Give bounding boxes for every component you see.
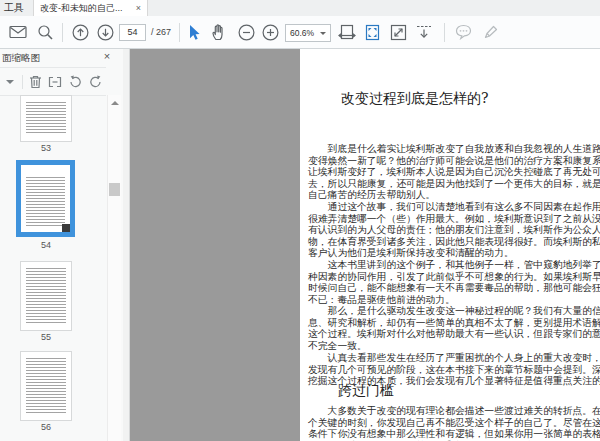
toolbar-separator <box>179 23 180 42</box>
tab-tools[interactable]: 工具 <box>0 0 32 16</box>
rotate-right-icon[interactable] <box>85 72 105 92</box>
thumbnails-panel-header: 面缩略图 × <box>0 49 123 67</box>
thumbnail-label: 56 <box>21 422 71 432</box>
main-toolbar: 54 / 267 60.6% <box>0 16 600 49</box>
paragraph: 这本书里讲到的这个例子，和其他例子一样，管中窥豹地列举了 种因素的协同作用，引发… <box>308 259 600 305</box>
toolbar-separator <box>444 23 445 42</box>
paragraph: 大多数关于改变的现有理论都会描述一些渡过难关的转折点。在 个关键的时刻，你发现自… <box>308 405 600 441</box>
tab-bar: 工具 改变-和未知的自己... × <box>0 0 600 16</box>
panel-splitter[interactable] <box>123 49 130 441</box>
search-icon[interactable] <box>35 16 55 48</box>
thumbnail-scrollbar[interactable] <box>107 95 121 441</box>
delete-page-icon[interactable] <box>25 72 45 92</box>
content-area: 面缩略图 × <box>0 49 600 441</box>
rotate-left-icon[interactable] <box>65 72 85 92</box>
mail-icon[interactable] <box>7 16 29 48</box>
fit-page-icon[interactable] <box>361 16 383 48</box>
next-page-icon[interactable] <box>95 16 115 48</box>
toolbar-separator <box>62 23 63 42</box>
thumbnail-page-54[interactable] <box>21 165 70 232</box>
thumbnail-label: 54 <box>21 240 71 250</box>
scrollbar-thumb[interactable] <box>109 183 120 196</box>
thumbnail-page-56[interactable] <box>21 352 71 420</box>
zoom-out-icon[interactable] <box>236 16 256 48</box>
section-subheading: 跨过门槛 <box>338 382 394 400</box>
zoom-in-icon[interactable] <box>260 16 280 48</box>
highlighter-icon[interactable] <box>480 16 502 48</box>
actual-size-icon[interactable] <box>387 16 409 48</box>
zoom-level-value: 60.6% <box>290 28 314 38</box>
panel-close-icon[interactable]: × <box>99 49 115 64</box>
thumbnail-page-53[interactable] <box>21 96 71 141</box>
thumbnail-label: 53 <box>21 143 71 153</box>
hand-tool-icon[interactable] <box>208 16 230 48</box>
thumbnail-toolbar <box>0 68 106 95</box>
tab-document[interactable]: 改变-和未知的自己... × <box>33 0 148 16</box>
chevron-down-icon <box>320 32 326 35</box>
page-total-label: / 267 <box>151 24 171 41</box>
tab-close-icon[interactable]: × <box>136 3 141 13</box>
resize-page-icon[interactable] <box>45 72 65 92</box>
zoom-level-select[interactable]: 60.6% <box>285 24 331 42</box>
page-number-input[interactable]: 54 <box>119 24 146 41</box>
fit-width-icon[interactable] <box>336 16 358 48</box>
tab-document-label: 改变-和未知的自己... <box>40 2 132 15</box>
thumbnail-page-55[interactable] <box>21 262 71 330</box>
thumbnail-label: 55 <box>21 332 71 342</box>
continuous-scroll-icon[interactable] <box>413 16 435 48</box>
thumbnail-corner-handle <box>62 224 70 232</box>
section-heading: 改变过程到底是怎样的? <box>341 90 489 108</box>
thumbnails-panel: 面缩略图 × <box>0 49 123 441</box>
panel-toolbar-separator <box>22 75 23 89</box>
previous-page-icon[interactable] <box>70 16 90 48</box>
comment-icon[interactable] <box>452 16 474 48</box>
panel-title: 面缩略图 <box>2 52 40 65</box>
paragraph: 那么，是什么驱动发生改变这一神秘过程的呢？我们有大量的信 息、研究和解析，却仍有… <box>308 305 600 351</box>
options-dropdown-icon[interactable] <box>0 72 20 92</box>
scroll-up-icon[interactable] <box>111 101 119 105</box>
document-viewer: 改变过程到底是怎样的? 到底是什么着实让埃利斯改变了自我放逐和自我忽视的人生道路… <box>130 49 600 441</box>
document-page: 改变过程到底是怎样的? 到底是什么着实让埃利斯改变了自我放逐和自我忽视的人生道路… <box>300 49 600 441</box>
paragraph: 通过这个故事，我们可以清楚地看到有这么多不同因素在起作用 很难弄清楚哪一个（些）… <box>308 201 600 259</box>
select-tool-icon[interactable] <box>185 16 203 48</box>
paragraph: 到底是什么着实让埃利斯改变了自我放逐和自我忽视的人生道路 变得焕然一新了呢？他的… <box>308 143 600 201</box>
